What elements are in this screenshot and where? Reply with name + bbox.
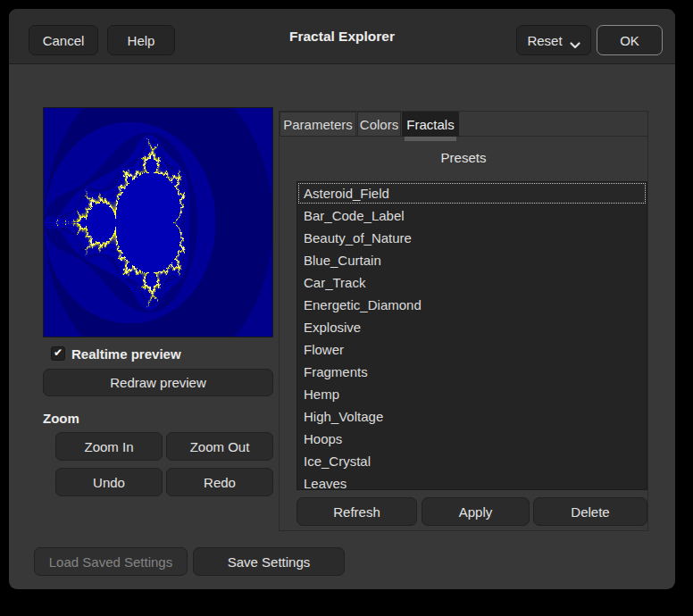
apply-label: Apply	[459, 504, 493, 520]
dialog-header: Fractal Explorer Cancel Help Reset OK	[9, 9, 675, 64]
help-button-label: Help	[128, 33, 155, 48]
refresh-button[interactable]: Refresh	[296, 497, 417, 526]
cancel-button-label: Cancel	[43, 33, 85, 48]
delete-button[interactable]: Delete	[533, 497, 647, 526]
list-item[interactable]: Fragments	[297, 361, 647, 383]
fractal-explorer-dialog: Fractal Explorer Cancel Help Reset OK ✔ …	[9, 9, 675, 589]
save-settings-button[interactable]: Save Settings	[193, 547, 345, 576]
list-item[interactable]: Blue_Curtain	[297, 249, 647, 271]
tab-parameters[interactable]: Parameters	[280, 112, 356, 137]
refresh-label: Refresh	[333, 504, 380, 520]
realtime-preview-checkbox-row[interactable]: ✔ Realtime preview	[51, 345, 181, 362]
help-button[interactable]: Help	[107, 25, 175, 55]
list-item[interactable]: Hoops	[297, 428, 647, 450]
list-item[interactable]: Leaves	[297, 472, 647, 490]
settings-notebook: Parameters Colors Fractals Presets Aster…	[279, 111, 648, 531]
undo-button[interactable]: Undo	[55, 468, 163, 496]
list-item[interactable]: Ice_Crystal	[297, 450, 647, 472]
chevron-down-icon	[570, 37, 580, 44]
list-item[interactable]: High_Voltage	[297, 405, 647, 428]
load-saved-settings-label: Load Saved Settings	[49, 554, 172, 570]
undo-label: Undo	[93, 475, 125, 490]
cancel-button[interactable]: Cancel	[29, 25, 98, 55]
list-item[interactable]: Bar_Code_Label	[297, 204, 647, 227]
ok-button-label: OK	[620, 33, 639, 48]
tab-colors[interactable]: Colors	[357, 112, 401, 137]
redraw-preview-button[interactable]: Redraw preview	[43, 369, 273, 396]
reset-button-label: Reset	[527, 33, 562, 48]
active-tab-indicator	[405, 137, 456, 141]
fractal-preview-frame	[43, 107, 273, 337]
apply-button[interactable]: Apply	[422, 497, 530, 526]
ok-button[interactable]: OK	[597, 25, 663, 55]
list-item[interactable]: Flower	[297, 338, 647, 361]
checkbox-checked-icon[interactable]: ✔	[51, 346, 65, 361]
list-item[interactable]: Car_Track	[297, 271, 647, 294]
reset-dropdown-button[interactable]: Reset	[516, 25, 591, 55]
presets-list[interactable]: Asteroid_FieldBar_Code_LabelBeauty_of_Na…	[296, 181, 647, 490]
save-settings-label: Save Settings	[228, 554, 311, 570]
zoom-in-button[interactable]: Zoom In	[55, 432, 163, 461]
list-item[interactable]: Energetic_Diamond	[297, 294, 647, 316]
redo-label: Redo	[204, 475, 236, 490]
tab-parameters-label: Parameters	[283, 117, 353, 132]
tab-fractals-label: Fractals	[406, 117, 454, 132]
zoom-out-button[interactable]: Zoom Out	[166, 432, 273, 461]
fractal-preview[interactable]	[44, 108, 272, 337]
redo-button[interactable]: Redo	[166, 468, 273, 496]
delete-label: Delete	[571, 504, 609, 520]
zoom-section-label: Zoom	[43, 411, 79, 426]
redraw-preview-label: Redraw preview	[110, 375, 206, 390]
tab-colors-label: Colors	[360, 117, 398, 132]
zoom-in-label: Zoom In	[84, 439, 133, 454]
list-item[interactable]: Beauty_of_Nature	[297, 227, 647, 249]
list-item[interactable]: Asteroid_Field	[297, 182, 647, 204]
realtime-preview-label: Realtime preview	[71, 346, 181, 362]
load-saved-settings-button[interactable]: Load Saved Settings	[34, 547, 188, 576]
list-item[interactable]: Hemp	[297, 383, 647, 405]
list-item[interactable]: Explosive	[297, 316, 647, 338]
zoom-out-label: Zoom Out	[190, 439, 250, 454]
presets-title: Presets	[280, 150, 647, 165]
tab-fractals[interactable]: Fractals	[402, 112, 459, 137]
